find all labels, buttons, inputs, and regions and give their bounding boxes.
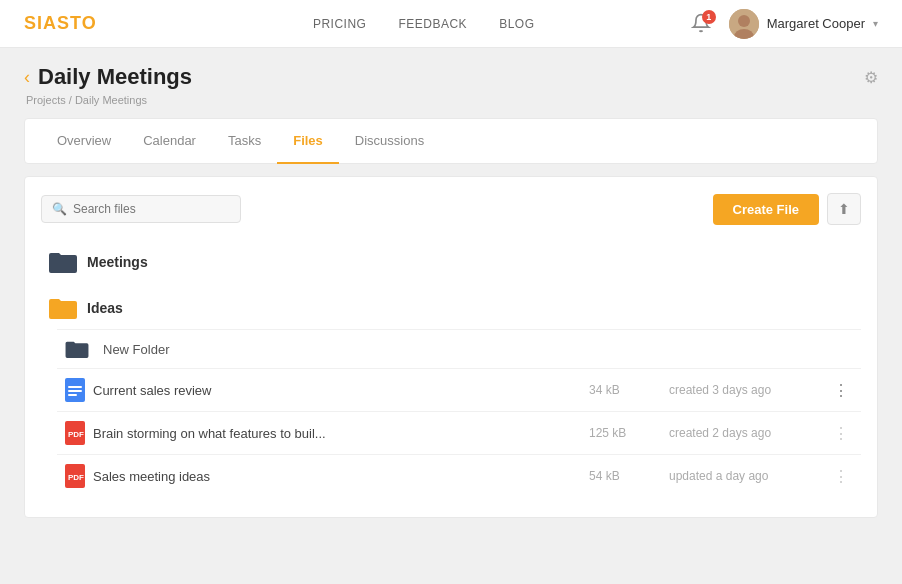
svg-point-1 (738, 15, 750, 27)
meetings-folder-name: Meetings (87, 254, 148, 270)
tab-overview[interactable]: Overview (41, 119, 127, 164)
file-size-3: 54 kB (589, 469, 669, 483)
back-button[interactable]: ‹ (24, 68, 30, 86)
user-menu[interactable]: Margaret Cooper ▾ (729, 9, 878, 39)
toolbar: 🔍 Create File ⬆ (41, 193, 861, 225)
upload-button[interactable]: ⬆ (827, 193, 861, 225)
file-date-1: created 3 days ago (669, 383, 829, 397)
pdf-file-icon-2: PDF (65, 464, 93, 488)
ideas-sub-items: New Folder Current sales review 34 kB (41, 329, 861, 497)
file-date-3: updated a day ago (669, 469, 829, 483)
file-menu-1[interactable]: ⋮ (829, 381, 853, 400)
file-menu-3[interactable]: ⋮ (829, 467, 853, 486)
svg-text:PDF: PDF (68, 473, 84, 482)
breadcrumb: Projects / Daily Meetings (24, 94, 878, 106)
meetings-folder-row[interactable]: Meetings (41, 241, 861, 283)
dark-folder-icon (49, 251, 77, 273)
page-header: ‹ Daily Meetings ⚙ (24, 64, 878, 90)
chevron-down-icon: ▾ (873, 18, 878, 29)
header-right: 1 Margaret Cooper ▾ (691, 9, 878, 39)
user-name: Margaret Cooper (767, 16, 865, 31)
page-content: ‹ Daily Meetings ⚙ Projects / Daily Meet… (0, 48, 902, 534)
search-icon: 🔍 (52, 202, 67, 216)
file-size-1: 34 kB (589, 383, 669, 397)
avatar (729, 9, 759, 39)
svg-rect-5 (68, 390, 82, 392)
main-nav: PRICING FEEDBACK BLOG (157, 17, 691, 31)
svg-rect-6 (68, 394, 77, 396)
file-size-2: 125 kB (589, 426, 669, 440)
new-folder-row[interactable]: New Folder (57, 329, 861, 368)
file-row-3[interactable]: PDF Sales meeting ideas 54 kB updated a … (57, 454, 861, 497)
new-folder-icon (65, 338, 93, 360)
tab-files[interactable]: Files (277, 119, 339, 164)
svg-text:PDF: PDF (68, 430, 84, 439)
notification-bell[interactable]: 1 (691, 13, 713, 35)
pdf-file-icon-1: PDF (65, 421, 93, 445)
tabs: Overview Calendar Tasks Files Discussion… (25, 119, 877, 163)
tab-discussions[interactable]: Discussions (339, 119, 440, 164)
tab-calendar[interactable]: Calendar (127, 119, 212, 164)
tabs-card: Overview Calendar Tasks Files Discussion… (24, 118, 878, 164)
ideas-folder-row[interactable]: Ideas (41, 287, 861, 329)
toolbar-right: Create File ⬆ (713, 193, 861, 225)
file-row-1[interactable]: Current sales review 34 kB created 3 day… (57, 368, 861, 411)
create-file-button[interactable]: Create File (713, 194, 819, 225)
ideas-folder-name: Ideas (87, 300, 123, 316)
search-box[interactable]: 🔍 (41, 195, 241, 223)
page-title-area: ‹ Daily Meetings (24, 64, 192, 90)
file-menu-2[interactable]: ⋮ (829, 424, 853, 443)
header: SIASTO PRICING FEEDBACK BLOG 1 Margaret … (0, 0, 902, 48)
file-date-2: created 2 days ago (669, 426, 829, 440)
nav-feedback[interactable]: FEEDBACK (398, 17, 467, 31)
nav-pricing[interactable]: PRICING (313, 17, 367, 31)
meetings-folder-section: Meetings (41, 241, 861, 283)
page-title: Daily Meetings (38, 64, 192, 90)
tab-tasks[interactable]: Tasks (212, 119, 277, 164)
file-row-2[interactable]: PDF Brain storming on what features to b… (57, 411, 861, 454)
settings-icon[interactable]: ⚙ (864, 68, 878, 87)
file-name-1: Current sales review (93, 383, 589, 398)
svg-rect-4 (68, 386, 82, 388)
file-name-3: Sales meeting ideas (93, 469, 589, 484)
logo[interactable]: SIASTO (24, 13, 97, 34)
nav-blog[interactable]: BLOG (499, 17, 534, 31)
file-name-2: Brain storming on what features to buil.… (93, 426, 589, 441)
yellow-folder-icon (49, 297, 77, 319)
search-input[interactable] (73, 202, 223, 216)
new-folder-name: New Folder (103, 342, 169, 357)
doc-file-icon (65, 378, 93, 402)
notification-badge: 1 (702, 10, 716, 24)
files-area: 🔍 Create File ⬆ Meetings (24, 176, 878, 518)
ideas-folder-section: Ideas New Folder (41, 287, 861, 497)
upload-icon: ⬆ (838, 201, 850, 217)
